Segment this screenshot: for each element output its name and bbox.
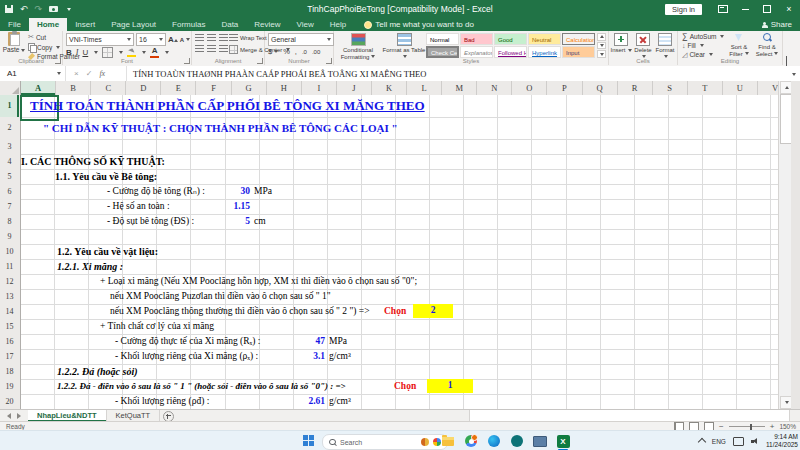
tab-insert[interactable]: Insert bbox=[67, 18, 103, 31]
fill-button[interactable]: ↓Fill bbox=[682, 42, 724, 49]
column-header[interactable]: L bbox=[407, 81, 442, 95]
sheet-nav-right-icon[interactable] bbox=[17, 413, 21, 419]
cell-row20-label[interactable]: - Khối lượng riêng (ρđ) : bbox=[115, 395, 209, 408]
taskbar-edge[interactable] bbox=[486, 434, 502, 448]
clipboard-dialog-launcher[interactable] bbox=[55, 58, 61, 64]
maximize-button[interactable] bbox=[756, 0, 778, 18]
cell-row20-value[interactable]: 2.61 bbox=[283, 395, 325, 408]
cell-row14-chon[interactable]: Chọn bbox=[384, 305, 406, 318]
cell-row17-unit[interactable]: g/cm³ bbox=[329, 350, 351, 363]
indent-icon[interactable] bbox=[219, 45, 228, 52]
cell-row13[interactable]: nếu XM Pooclăng Puzơlan thì điền vào ô c… bbox=[110, 290, 331, 303]
sign-in-button[interactable]: Sign in bbox=[665, 4, 702, 15]
column-header[interactable]: U bbox=[723, 81, 758, 95]
vertical-scrollbar[interactable] bbox=[778, 81, 792, 409]
column-header[interactable]: B bbox=[56, 81, 91, 95]
tab-formulas[interactable]: Formulas bbox=[164, 18, 213, 31]
column-header[interactable]: C bbox=[91, 81, 126, 95]
cell-row17-label[interactable]: - Khối lượng riêng của Xi măng (ρₓ) : bbox=[115, 350, 258, 363]
style-input[interactable]: Input bbox=[562, 46, 595, 58]
enter-icon[interactable]: ✓ bbox=[86, 69, 93, 78]
language-indicator[interactable]: ENG bbox=[712, 438, 726, 445]
font-color-button[interactable]: A bbox=[150, 47, 159, 58]
conditional-formatting-button[interactable]: Conditional Formatting bbox=[336, 33, 380, 60]
cell-row17-value[interactable]: 3.1 bbox=[283, 350, 325, 363]
style-followed-hyperlink[interactable]: Followed Hyp... bbox=[494, 46, 527, 58]
column-header[interactable]: J bbox=[337, 81, 372, 95]
decrease-decimal-button[interactable]: .00 bbox=[312, 49, 320, 55]
insert-function-icon[interactable]: fx bbox=[99, 69, 105, 78]
tell-me-box[interactable]: Tell me what you want to do bbox=[364, 18, 474, 31]
increase-decimal-button[interactable]: .0 bbox=[302, 49, 307, 55]
find-select-button[interactable]: Find & Select bbox=[754, 33, 780, 57]
increase-font-size-button[interactable]: A bbox=[168, 35, 178, 44]
zoom-slider-thumb[interactable] bbox=[750, 424, 753, 430]
tab-home[interactable]: Home bbox=[29, 18, 67, 31]
font-name-select[interactable]: VNI-Times bbox=[66, 33, 134, 46]
style-check-cell[interactable]: Check Cell bbox=[426, 46, 459, 58]
underline-button[interactable]: U bbox=[82, 48, 88, 57]
fill-color-button[interactable] bbox=[127, 48, 136, 57]
save-icon[interactable] bbox=[5, 5, 13, 13]
column-header[interactable]: I bbox=[302, 81, 337, 95]
column-header[interactable]: H bbox=[267, 81, 302, 95]
number-dialog-launcher[interactable] bbox=[326, 58, 332, 64]
tab-data[interactable]: Data bbox=[213, 18, 246, 31]
italic-button[interactable]: I bbox=[76, 48, 79, 57]
tab-help[interactable]: Help bbox=[322, 18, 354, 31]
column-header[interactable]: S bbox=[653, 81, 688, 95]
search-input[interactable]: Search bbox=[340, 439, 417, 446]
zoom-slider[interactable] bbox=[729, 426, 765, 427]
style-explanatory[interactable]: Explanatory ... bbox=[460, 46, 493, 58]
minimize-button[interactable] bbox=[734, 0, 756, 18]
tab-file[interactable]: File bbox=[0, 18, 29, 31]
cell-row7-label[interactable]: - Hệ số an toàn : bbox=[107, 200, 170, 213]
clear-button[interactable]: ◿Clear bbox=[682, 51, 724, 58]
select-all-button[interactable] bbox=[0, 81, 21, 95]
cell-row19-chon[interactable]: Chọn bbox=[394, 380, 416, 393]
cell-row19-input-aggregate-type[interactable]: 1 bbox=[427, 379, 473, 393]
alignment-dialog-launcher[interactable] bbox=[257, 58, 263, 64]
cell-row14-input-cement-type[interactable]: 2 bbox=[413, 304, 453, 318]
cell-row6-label[interactable]: - Cường độ bê tông (Rₙ) : bbox=[107, 185, 205, 198]
column-header[interactable]: E bbox=[161, 81, 196, 95]
share-button[interactable]: Share bbox=[762, 18, 792, 31]
tab-review[interactable]: Review bbox=[246, 18, 288, 31]
ribbon-display-options-button[interactable] bbox=[712, 0, 734, 18]
style-calculation[interactable]: Calculation bbox=[562, 33, 595, 45]
column-header[interactable]: K bbox=[372, 81, 407, 95]
number-format-select[interactable]: General bbox=[268, 33, 334, 46]
taskbar-excel[interactable]: X bbox=[555, 434, 571, 448]
accounting-format-button[interactable]: $ bbox=[268, 47, 272, 56]
delete-cells-button[interactable]: Delete bbox=[632, 33, 654, 59]
expand-formula-bar-icon[interactable] bbox=[786, 65, 800, 83]
cell-row10[interactable]: 1.2. Yêu cầu về vật liệu: bbox=[57, 245, 158, 258]
cell-row15[interactable]: + Tính chất cơ lý của xi măng bbox=[100, 320, 214, 333]
sheet-nav-left-icon[interactable] bbox=[7, 413, 11, 419]
display-cast-icon[interactable] bbox=[733, 437, 744, 446]
style-good[interactable]: Good bbox=[494, 33, 527, 45]
cell-row11[interactable]: 1.2.1. Xi măng : bbox=[57, 260, 123, 273]
start-button[interactable] bbox=[303, 435, 315, 447]
undo-icon[interactable]: ↶ bbox=[20, 0, 28, 18]
speaker-icon[interactable] bbox=[751, 438, 759, 445]
orientation-icon[interactable] bbox=[219, 34, 228, 41]
taskbar-clock[interactable]: 9:14 AM 11/24/2025 bbox=[766, 433, 798, 449]
column-header[interactable]: P bbox=[547, 81, 582, 95]
column-header[interactable]: Q bbox=[583, 81, 618, 95]
column-header[interactable]: M bbox=[442, 81, 477, 95]
cell-row2-subtitle[interactable]: " CHỈ DẪN KỸ THUẬT : CHỌN THÀNH PHẦN BÊ … bbox=[43, 122, 398, 135]
name-box[interactable]: A1 bbox=[0, 66, 66, 81]
taskbar-file-explorer[interactable] bbox=[440, 434, 456, 448]
collapse-ribbon-button[interactable] bbox=[786, 57, 794, 63]
formula-bar-content[interactable]: TÍNH TOAÙN THAØNH PHAÀN CAÁP PHOÁI BEÂ T… bbox=[127, 69, 786, 79]
bold-button[interactable]: B bbox=[66, 48, 72, 57]
gallery-more-button[interactable] bbox=[597, 50, 606, 58]
cell-row8-unit[interactable]: cm bbox=[254, 215, 266, 228]
cell-row4[interactable]: I. CÁC THÔNG SỐ KỸ THUẬT: bbox=[21, 155, 165, 168]
align-middle-icon[interactable] bbox=[207, 34, 216, 41]
cell-row19-label[interactable]: 1.2.2. Đá - điền vào ô sau là số " 1 " (… bbox=[57, 380, 346, 393]
style-hyperlink[interactable]: Hyperlink bbox=[528, 46, 561, 58]
cell-row18[interactable]: 1.2.2. Đá (hoặc sỏi) bbox=[57, 365, 138, 378]
font-size-select[interactable]: 16 bbox=[136, 33, 166, 46]
